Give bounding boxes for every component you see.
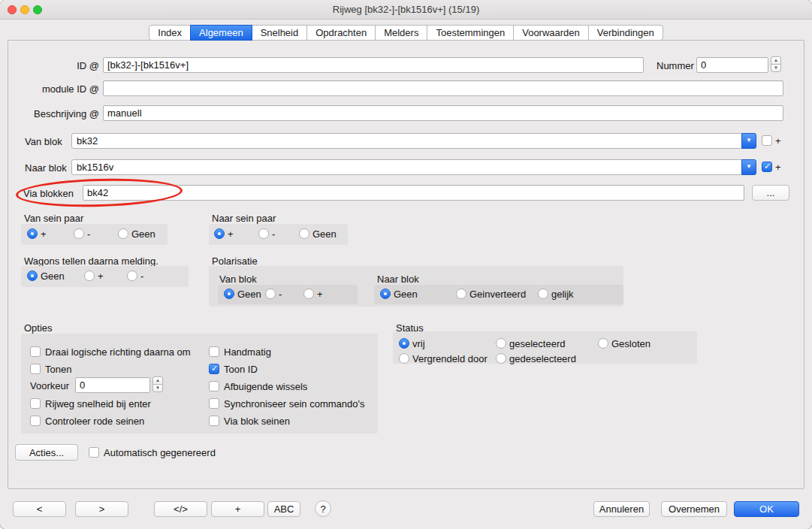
close-icon[interactable] [8,5,17,14]
toon-id-label: Toon ID [224,364,258,375]
module-id-label: module ID @ [15,83,99,95]
naar-sein-geen-radio[interactable] [299,228,309,239]
naar-blok-combo[interactable]: bk1516v [71,159,756,175]
next-button[interactable]: > [75,501,128,517]
via-blokken-browse-button[interactable]: ... [752,185,789,201]
stepper-down-icon[interactable] [771,64,781,72]
acties-button[interactable]: Acties... [15,444,78,461]
tab-bar: Index Algemeen Snelheid Opdrachten Melde… [0,25,812,41]
pol-van-plus-label: + [317,289,323,300]
handmatig-checkbox[interactable] [209,346,219,357]
nummer-stepper [771,56,781,73]
tab-index[interactable]: Index [149,25,191,41]
pol-naar-gelijk-radio[interactable] [538,289,548,299]
stepper-down-icon[interactable] [152,384,163,392]
naar-sein-plus-label: + [228,228,234,240]
van-blok-plus-checkbox[interactable] [762,135,772,146]
status-vergrendeld-label: Vergrendeld door [412,353,488,364]
afbuigende-wissels-label: Afbuigende wissels [224,381,307,392]
prev-button[interactable]: < [13,501,66,517]
nummer-label: Nummer [657,60,694,71]
naar-sein-plus-radio[interactable] [214,228,225,239]
van-blok-value: bk32 [77,135,98,147]
tab-opdrachten[interactable]: Opdrachten [306,25,376,41]
controleer-rode-seinen-checkbox[interactable] [30,416,41,426]
naar-sein-paar-title: Naar sein paar [212,213,276,224]
naar-blok-label: Naar blok [25,162,67,174]
naar-sein-geen-label: Geen [312,228,337,240]
voorkeur-label: Voorkeur [30,380,69,391]
status-gedeselecteerd-radio[interactable] [496,353,506,364]
zoom-icon[interactable] [33,5,42,14]
via-blokken-input[interactable] [83,185,744,201]
chevron-down-icon[interactable] [741,159,756,175]
wagons-geen-radio[interactable] [27,271,38,281]
naar-sein-min-label: - [272,228,275,240]
annuleren-button[interactable]: Annuleren [593,501,650,517]
afbuigende-wissels-checkbox[interactable] [209,381,219,391]
status-vergrendeld-radio[interactable] [399,353,409,364]
van-sein-geen-radio[interactable] [118,228,128,239]
pol-van-geen-radio[interactable] [224,289,234,299]
tab-snelheid[interactable]: Snelheid [252,25,308,41]
toon-id-checkbox[interactable] [209,364,219,374]
minimize-icon[interactable] [20,5,29,14]
via-blok-seinen-checkbox[interactable] [209,416,219,426]
status-gesloten-radio[interactable] [598,338,608,349]
status-geselecteerd-label: geselecteerd [509,338,565,349]
voorkeur-stepper [152,376,163,393]
pol-naar-geinverteerd-label: Geinverteerd [469,289,526,300]
window-title: Rijweg [bk32-]-[bk1516v+] (15/19) [0,0,812,19]
pol-naar-geinverteerd-radio[interactable] [456,289,466,299]
status-gedeselecteerd-label: gedeselecteerd [509,353,576,364]
van-blok-label: Van blok [25,136,62,147]
van-sein-paar-title: Van sein paar [24,213,83,224]
status-geselecteerd-radio[interactable] [496,338,506,349]
rijweg-snelheid-label: Rijweg snelheid bij enter [45,398,151,410]
opties-title: Opties [24,322,53,334]
beschrijving-input[interactable] [103,105,783,121]
automatisch-gegenereerd-label: Automatisch gegenereerd [104,447,216,458]
status-vrij-radio[interactable] [399,338,409,349]
wagons-plus-radio[interactable] [84,271,95,281]
automatisch-gegenereerd-checkbox[interactable] [89,447,99,458]
wagons-min-radio[interactable] [127,271,137,281]
via-blok-seinen-label: Via blok seinen [224,416,290,427]
chevron-down-icon[interactable] [741,133,756,149]
abc-button[interactable]: ABC [267,501,300,517]
xml-button[interactable]: </> [154,501,207,517]
id-input[interactable] [103,57,644,73]
naar-sein-min-radio[interactable] [258,228,269,239]
pol-van-min-radio[interactable] [265,289,276,299]
module-id-input[interactable] [103,80,783,96]
van-sein-plus-radio[interactable] [27,228,38,239]
naar-blok-plus-checkbox[interactable] [762,162,772,172]
voorkeur-input[interactable] [75,377,150,393]
pol-naar-geen-radio[interactable] [380,289,391,299]
add-button[interactable]: + [211,501,264,517]
tab-algemeen[interactable]: Algemeen [190,25,252,41]
wagons-min-label: - [140,271,143,282]
van-sein-min-radio[interactable] [74,228,84,239]
id-label: ID @ [15,60,99,71]
tab-toestemmingen[interactable]: Toestemmingen [427,25,514,41]
tab-voorwaarden[interactable]: Voorwaarden [513,25,589,41]
pol-naar-gelijk-label: gelijk [551,289,574,300]
ok-button[interactable]: OK [734,501,799,517]
synchroniseer-sein-checkbox[interactable] [209,398,219,409]
van-sein-min-label: - [87,228,90,240]
rijweg-snelheid-checkbox[interactable] [30,398,41,409]
help-button[interactable]: ? [315,500,331,517]
polarisatie-naar-blok-title: Naar blok [377,274,419,285]
draai-richting-checkbox[interactable] [30,346,41,357]
tonen-checkbox[interactable] [30,364,41,374]
overnemen-button[interactable]: Overnemen [661,501,727,517]
tab-melders[interactable]: Melders [375,25,427,41]
pol-van-min-label: - [279,289,282,300]
tab-verbindingen[interactable]: Verbindingen [588,25,663,41]
van-blok-combo[interactable]: bk32 [71,133,756,149]
pol-van-plus-radio[interactable] [303,289,314,299]
nummer-input[interactable] [696,57,768,73]
naar-blok-value: bk1516v [77,162,113,173]
polarisatie-title: Polarisatie [212,255,258,267]
